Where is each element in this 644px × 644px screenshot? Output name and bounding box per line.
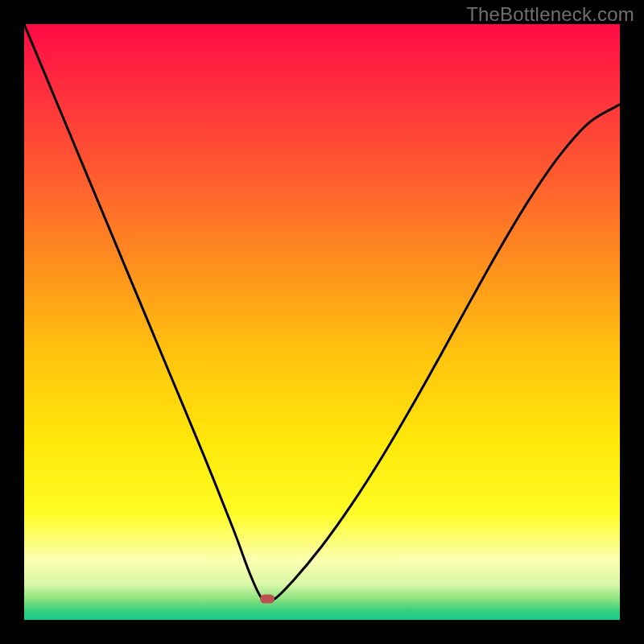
chart-frame: TheBottleneck.com	[0, 0, 644, 644]
curve-layer	[24, 24, 620, 620]
plot-area	[24, 24, 620, 620]
minimum-marker	[260, 595, 275, 604]
watermark-text: TheBottleneck.com	[466, 3, 634, 26]
bottleneck-curve	[24, 24, 620, 601]
